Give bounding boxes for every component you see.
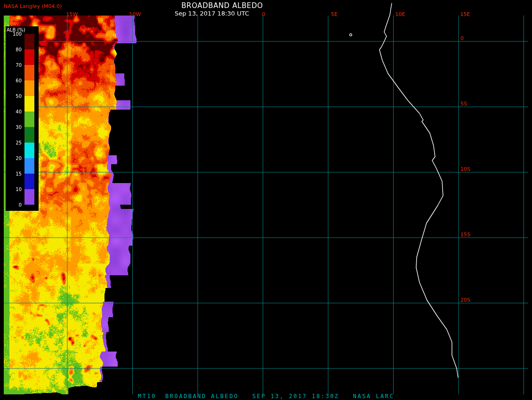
latitude-tick-label: 15S [460, 232, 470, 238]
colorbar-tick-label: 25 [16, 140, 22, 145]
colorbar-tick-label: 20 [16, 156, 22, 161]
colorbar-segment [24, 127, 34, 143]
colorbar-tick-label: 40 [16, 109, 22, 114]
colorbar-tick-label: 10 [16, 187, 22, 192]
colorbar-strip [24, 34, 34, 205]
colorbar-segment [24, 143, 34, 158]
colorbar-segment [24, 65, 34, 80]
colorbar-segment [24, 80, 34, 96]
island-marker [350, 34, 352, 36]
latitude-tick-label: 5S [460, 101, 467, 107]
colorbar-tick-label: 80 [16, 47, 22, 52]
colorbar-tick-label: 15 [16, 171, 22, 176]
albedo-map-viewport: NASA Langley (M04.0) BROADBAND ALBEDO Se… [0, 0, 532, 400]
colorbar-ticks: 100807060504030252015100 [6, 34, 23, 205]
coastline [379, 3, 458, 377]
page-title: BROADBAND ALBEDO [0, 1, 444, 10]
latitude-tick-label: 20S [460, 297, 470, 303]
date-subtitle: Sep 13, 2017 18:30 UTC [0, 10, 424, 17]
colorbar-tick-label: 50 [16, 94, 22, 99]
coastline-overlay [0, 0, 532, 400]
longitude-tick-label: 15W [66, 11, 78, 17]
longitude-tick-label: 10W [129, 11, 141, 17]
colorbar-legend: ALB (%) 100807060504030252015100 [6, 26, 39, 211]
colorbar-segment [24, 189, 34, 205]
colorbar-tick-label: 30 [16, 125, 22, 130]
latitude-tick-label: 10S [460, 166, 470, 172]
colorbar-tick-label: 0 [19, 202, 22, 208]
longitude-tick-label: 0 [262, 11, 266, 17]
colorbar-tick-label: 100 [13, 32, 22, 37]
longitude-tick-label: 15E [460, 11, 470, 17]
longitude-tick-label: 5E [331, 11, 338, 17]
latitude-tick-label: 0 [460, 35, 464, 41]
colorbar-tick-label: 60 [16, 78, 22, 83]
longitude-tick-label: 10E [395, 11, 405, 17]
colorbar-segment [24, 174, 34, 189]
colorbar-tick-label: 70 [16, 63, 22, 68]
colorbar-segment [24, 96, 34, 112]
colorbar-segment [24, 158, 34, 174]
footer-caption: MT10 BROADBAND ALBEDO SEP 13, 2017 18:30… [0, 393, 532, 400]
colorbar-segment [24, 34, 34, 49]
colorbar-segment [24, 112, 34, 127]
colorbar-segment [24, 49, 34, 65]
